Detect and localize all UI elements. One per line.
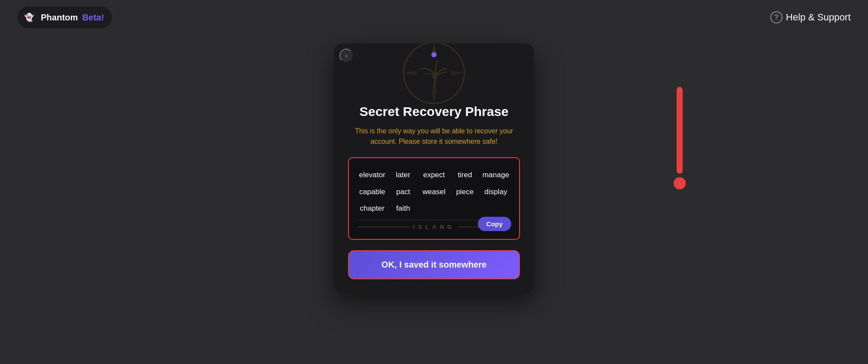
seed-word: chapter [358, 202, 387, 215]
seed-word: manage [481, 169, 510, 182]
seed-word: pact [388, 185, 418, 199]
modal-content: Secret Recovery Phrase This is the only … [334, 104, 534, 293]
seed-word: expect [419, 169, 448, 182]
red-sidebar-indicator [674, 87, 686, 189]
red-dot [674, 177, 686, 189]
seed-word: faith [388, 202, 418, 215]
svg-point-5 [432, 76, 436, 79]
phantom-icon: 👻 [22, 10, 36, 25]
seed-word: tired [450, 169, 480, 182]
help-support-label: Help & Support [786, 12, 851, 23]
island-label: ISLAND [413, 224, 455, 230]
back-button[interactable]: ‹ [339, 49, 353, 63]
seed-words-grid: elevatorlaterexpecttiredmanagecapablepac… [358, 169, 510, 215]
phantom-logo: 👻 Phantom Beta! [17, 7, 112, 28]
help-support-link[interactable]: ? Help & Support [770, 11, 851, 23]
svg-marker-2 [431, 90, 437, 103]
ok-saved-button[interactable]: OK, I saved it somewhere [348, 250, 520, 279]
seed-word: capable [358, 185, 387, 199]
seed-word: later [388, 169, 418, 182]
seed-word: piece [450, 185, 480, 199]
step-indicator-dot [431, 52, 437, 57]
ghost-icon: 👻 [24, 13, 34, 22]
seed-phrase-box: elevatorlaterexpecttiredmanagecapablepac… [348, 157, 520, 240]
modal-title: Secret Recovery Phrase [348, 104, 520, 119]
modal-subtitle: This is the only way you will be able to… [348, 126, 520, 147]
svg-marker-4 [451, 70, 464, 76]
modal-header: ‹ [334, 43, 534, 104]
svg-marker-3 [404, 70, 417, 76]
help-icon: ? [770, 11, 783, 23]
phantom-beta: Beta! [82, 13, 104, 23]
seed-word: elevator [358, 169, 387, 182]
phantom-name: Phantom [41, 13, 78, 23]
copy-button[interactable]: Copy [478, 217, 512, 231]
seed-word: weasel [419, 185, 448, 199]
red-bar [677, 87, 683, 174]
secret-recovery-modal: ‹ Secret Recovery Phrase This is the onl… [334, 43, 534, 293]
top-bar: 👻 Phantom Beta! ? Help & Support [0, 0, 868, 35]
seed-word: display [481, 185, 510, 199]
